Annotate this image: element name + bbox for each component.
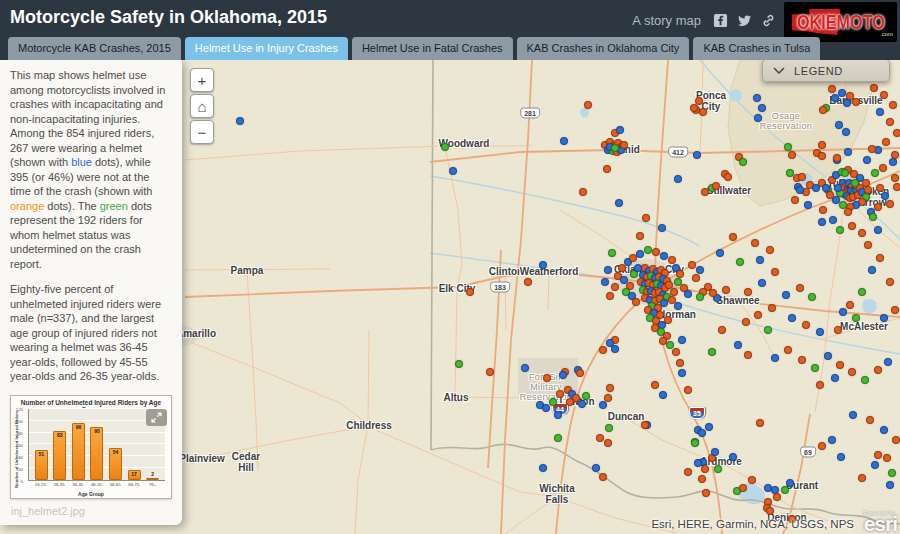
- crash-dot[interactable]: [705, 423, 713, 431]
- legend-panel[interactable]: LEGEND: [762, 59, 890, 82]
- link-icon[interactable]: [761, 13, 776, 28]
- crash-dot[interactable]: [690, 104, 698, 112]
- crash-dot[interactable]: [874, 226, 882, 234]
- crash-dot[interactable]: [883, 454, 891, 462]
- crash-dot[interactable]: [876, 184, 884, 192]
- crash-dot[interactable]: [644, 246, 652, 254]
- crash-dot[interactable]: [771, 268, 779, 276]
- crash-dot[interactable]: [848, 222, 856, 230]
- crash-dot[interactable]: [753, 94, 761, 102]
- crash-dot[interactable]: [659, 391, 667, 399]
- crash-dot[interactable]: [678, 369, 686, 377]
- crash-dot[interactable]: [811, 364, 819, 372]
- crash-dot[interactable]: [835, 121, 843, 129]
- crash-dot[interactable]: [542, 404, 550, 412]
- crash-dot[interactable]: [886, 118, 894, 126]
- crash-dot[interactable]: [874, 366, 882, 374]
- crash-dot[interactable]: [599, 401, 607, 409]
- crash-dot[interactable]: [636, 250, 644, 258]
- crash-dot[interactable]: [606, 292, 614, 300]
- crash-dot[interactable]: [888, 469, 896, 477]
- crash-dot[interactable]: [660, 252, 668, 260]
- crash-dot[interactable]: [781, 486, 789, 494]
- crash-dot[interactable]: [688, 261, 696, 269]
- crash-dot[interactable]: [788, 151, 796, 159]
- crash-dot[interactable]: [819, 206, 827, 214]
- crash-dot[interactable]: [864, 241, 872, 249]
- crash-dot[interactable]: [884, 358, 892, 366]
- crash-dot[interactable]: [870, 84, 878, 92]
- crash-dot[interactable]: [828, 436, 836, 444]
- crash-dot[interactable]: [756, 419, 764, 427]
- crash-dot[interactable]: [782, 291, 790, 299]
- crash-dot[interactable]: [486, 368, 494, 376]
- crash-dot[interactable]: [699, 108, 707, 116]
- crash-dot[interactable]: [714, 465, 722, 473]
- crash-dot[interactable]: [891, 174, 899, 182]
- crash-dot[interactable]: [826, 191, 834, 199]
- crash-dot[interactable]: [858, 288, 866, 296]
- crash-dot[interactable]: [543, 374, 551, 382]
- crash-dot[interactable]: [744, 288, 752, 296]
- crash-dot[interactable]: [849, 411, 857, 419]
- crash-dot[interactable]: [876, 108, 884, 116]
- crash-dot[interactable]: [836, 361, 844, 369]
- crash-dot[interactable]: [824, 352, 832, 360]
- crash-dot[interactable]: [605, 424, 613, 432]
- crash-dot[interactable]: [766, 246, 774, 254]
- crash-dot[interactable]: [748, 476, 756, 484]
- crash-dot[interactable]: [893, 183, 900, 191]
- crash-dot[interactable]: [716, 249, 724, 257]
- crash-dot[interactable]: [696, 293, 704, 301]
- crash-dot[interactable]: [798, 356, 806, 364]
- crash-dot[interactable]: [695, 97, 703, 105]
- crash-dot[interactable]: [842, 128, 850, 136]
- crash-dot[interactable]: [604, 439, 612, 447]
- crash-dot[interactable]: [582, 392, 590, 400]
- crash-dot[interactable]: [466, 288, 474, 296]
- crash-dot[interactable]: [879, 164, 887, 172]
- crash-dot[interactable]: [788, 314, 796, 322]
- crash-dot[interactable]: [858, 229, 866, 237]
- crash-dot[interactable]: [601, 278, 609, 286]
- crash-dot[interactable]: [818, 152, 826, 160]
- crash-dot[interactable]: [632, 298, 640, 306]
- crash-dot[interactable]: [796, 186, 804, 194]
- crash-dot[interactable]: [636, 232, 644, 240]
- crash-dot[interactable]: [839, 308, 847, 316]
- crash-dot[interactable]: [851, 179, 859, 187]
- crash-dot[interactable]: [868, 266, 876, 274]
- crash-dot[interactable]: [539, 464, 547, 472]
- crash-dot[interactable]: [698, 429, 706, 437]
- crash-dot[interactable]: [674, 302, 682, 310]
- crash-dot[interactable]: [891, 306, 899, 314]
- crash-dot[interactable]: [739, 158, 747, 166]
- crash-dot[interactable]: [606, 384, 614, 392]
- crash-dot[interactable]: [634, 264, 642, 272]
- crash-dot[interactable]: [616, 126, 624, 134]
- crash-dot[interactable]: [611, 345, 619, 353]
- crash-dot[interactable]: [736, 258, 744, 266]
- crash-dot[interactable]: [868, 145, 876, 153]
- crash-dot[interactable]: [869, 213, 877, 221]
- crash-dot[interactable]: [678, 336, 686, 344]
- crash-dot[interactable]: [722, 286, 730, 294]
- crash-dot[interactable]: [441, 143, 449, 151]
- crash-dot[interactable]: [539, 261, 547, 269]
- crash-dot[interactable]: [692, 274, 700, 282]
- crash-dot[interactable]: [852, 98, 860, 106]
- crash-dot[interactable]: [838, 89, 846, 97]
- crash-dot[interactable]: [889, 101, 897, 109]
- crash-dot[interactable]: [615, 199, 623, 207]
- crash-dot[interactable]: [592, 464, 600, 472]
- crash-dot[interactable]: [651, 381, 659, 389]
- crash-dot[interactable]: [709, 289, 717, 297]
- crash-dot[interactable]: [802, 321, 810, 329]
- crash-dot[interactable]: [691, 439, 699, 447]
- crash-dot[interactable]: [893, 129, 900, 137]
- crash-dot[interactable]: [819, 106, 827, 114]
- crash-dot[interactable]: [798, 173, 806, 181]
- crash-dot[interactable]: [764, 326, 772, 334]
- crash-dot[interactable]: [449, 167, 457, 175]
- crash-dot[interactable]: [455, 360, 463, 368]
